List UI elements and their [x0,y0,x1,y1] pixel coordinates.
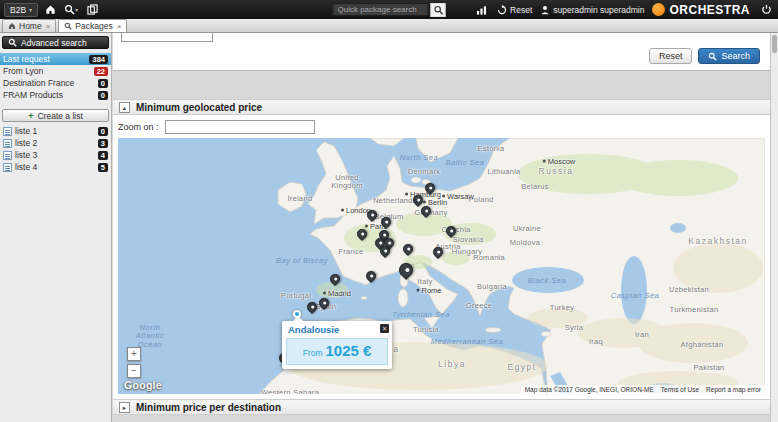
quick-search-input[interactable] [333,3,429,16]
saved-list-item[interactable]: liste 23 [0,137,111,149]
saved-list-label: liste 4 [15,162,95,172]
orchestra-logo-icon [652,3,665,16]
section-title: Minimum geolocated price [136,102,262,113]
list-icon [3,151,12,160]
map-zoom-in-button[interactable]: + [127,347,141,361]
saved-list-label: liste 3 [15,150,95,160]
form-search-label: Search [721,51,750,61]
search-icon [708,52,717,61]
count-badge: 3 [98,139,108,148]
request-item[interactable]: Last request384 [0,53,111,65]
request-label: Destination France [3,78,95,88]
topbar-right: Reset superadmin superadmin ORCHESTRA [473,2,774,17]
section-minimum-geolocated-price[interactable]: ▴ Minimum geolocated price [113,99,770,115]
map-zoom-out-button[interactable]: − [127,364,141,378]
tooltip-price: 1025 € [325,342,371,359]
tab-packages[interactable]: Packages × [58,19,127,32]
tab-home[interactable]: Home × [2,19,56,32]
truncated-form-input[interactable] [121,33,213,42]
quick-search [333,3,446,17]
map[interactable]: EstoniaLithuaniaBelarusPolandGermanyNeth… [118,138,765,394]
saved-list-item[interactable]: liste 34 [0,149,111,161]
home-button[interactable] [42,2,58,17]
reset-label: Reset [510,5,532,15]
signal-button[interactable] [473,2,489,17]
saved-list-label: liste 2 [15,138,95,148]
section-minimum-price-per-destination[interactable]: ▸ Minimum price per destination [113,399,770,415]
list-icon [3,139,12,148]
form-reset-button[interactable]: Reset [649,48,693,64]
create-list-label: Create a list [37,111,82,121]
pages-icon [87,4,98,15]
scrollbar-thumb[interactable] [772,35,777,53]
top-bar: B2B ▾ ▾ Reset superadmin superadmin ORCH… [0,0,778,19]
tab-label: Packages [75,21,112,31]
zoom-on-row: Zoom on : [118,120,765,134]
orchestra-logo: ORCHESTRA [652,3,750,17]
request-item[interactable]: FRAM Products0 [0,89,111,101]
user-icon [540,5,550,15]
user-menu[interactable]: superadmin superadmin [540,5,644,15]
tooltip-header: Andalousie × [282,321,392,336]
advanced-search-button[interactable]: Advanced search [2,36,109,49]
search-icon [64,22,72,30]
search-icon [433,5,443,15]
vertical-scrollbar[interactable] [770,33,778,422]
request-label: Last request [3,54,86,64]
b2b-label: B2B [10,5,26,15]
report-map-error-link[interactable]: Report a map error [706,386,761,393]
expand-toggle-icon[interactable]: ▸ [119,402,130,413]
list-icon [3,127,12,136]
saved-list-item[interactable]: liste 10 [0,125,111,137]
close-icon[interactable]: × [380,324,389,333]
tab-label: Home [19,21,42,31]
power-icon [761,4,772,15]
request-item[interactable]: Destination France0 [0,77,111,89]
main-content: Reset Search ▴ Minimum geolocated price … [113,33,770,422]
search-menu-button[interactable]: ▾ [62,2,80,17]
count-badge: 0 [98,91,108,100]
form-reset-label: Reset [659,51,683,61]
close-icon[interactable]: × [46,22,51,31]
request-item[interactable]: From Lyon22 [0,65,111,77]
count-badge: 4 [98,151,108,160]
quick-search-button[interactable] [431,3,446,17]
advanced-search-label: Advanced search [21,38,87,48]
count-badge: 5 [98,163,108,172]
tooltip-title[interactable]: Andalousie [288,324,380,335]
pages-button[interactable] [84,2,100,17]
search-icon [8,38,17,47]
google-logo[interactable]: Google [124,379,162,391]
tooltip-from-label: From [303,348,323,358]
search-icon [64,4,75,15]
zoom-on-label: Zoom on : [118,122,159,132]
home-icon [8,22,16,30]
collapse-toggle-icon[interactable]: ▴ [119,102,130,113]
terms-of-use-link[interactable]: Terms of Use [661,386,699,393]
create-list-button[interactable]: + Create a list [2,109,109,122]
saved-list-label: liste 1 [15,126,95,136]
saved-lists: liste 10liste 23liste 34liste 45 [0,125,111,173]
reset-button[interactable]: Reset [497,5,532,15]
zoom-on-input[interactable] [165,120,315,134]
close-icon[interactable]: × [117,22,122,31]
saved-list-item[interactable]: liste 45 [0,161,111,173]
request-list: Last request384From Lyon22Destination Fr… [0,53,111,101]
b2b-menu-button[interactable]: B2B ▾ [4,3,38,17]
home-icon [45,4,56,15]
map-data-credit: Map data ©2017 Google, INEGI, ORION-ME [525,386,654,393]
brand-name: ORCHESTRA [669,3,750,17]
count-badge: 384 [89,55,108,64]
user-name: superadmin superadmin [553,5,644,15]
map-landmass [118,138,765,394]
list-icon [3,163,12,172]
sidebar: Advanced search Last request384From Lyon… [0,33,112,422]
form-search-button[interactable]: Search [698,48,760,64]
chevron-down-icon: ▾ [75,6,78,13]
tooltip-price-box[interactable]: From1025 € [286,338,388,365]
map-tooltip: Andalousie × From1025 € [282,321,392,369]
refresh-icon [497,5,507,15]
spacer [113,71,770,99]
map-attribution: Map data ©2017 Google, INEGI, ORION-ME T… [521,385,765,394]
power-button[interactable] [758,2,774,17]
